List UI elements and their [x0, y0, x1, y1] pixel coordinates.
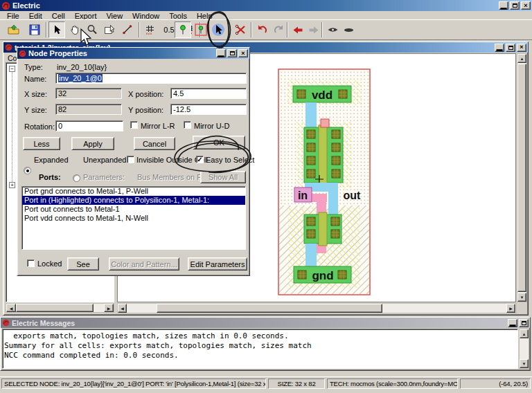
expanded-radio[interactable] — [24, 167, 31, 174]
scroll-down-icon[interactable]: ▼ — [520, 359, 529, 368]
zoom-button[interactable] — [84, 21, 100, 38]
show-all-button[interactable]: Show All — [200, 171, 246, 183]
expand-cell-button[interactable] — [324, 21, 341, 38]
minimize-icon[interactable]: ▬ — [499, 1, 508, 10]
rotation-field[interactable]: 0 — [55, 120, 123, 131]
scroll-right-icon[interactable]: ▶ — [506, 304, 515, 313]
edit-parameters-button[interactable]: Edit Parameters — [188, 257, 247, 271]
metal-strip-gnd[interactable] — [305, 244, 317, 268]
pan-button[interactable] — [66, 21, 83, 38]
go-back-button[interactable] — [290, 21, 306, 38]
mirror-ud-checkbox[interactable] — [184, 121, 191, 129]
toggle-grid-button[interactable] — [142, 21, 159, 38]
undo-button[interactable] — [254, 21, 270, 38]
scroll-thumb[interactable] — [157, 304, 382, 313]
redo-button-disabled[interactable] — [270, 21, 287, 38]
pmos-transistor[interactable] — [304, 125, 343, 185]
scroll-up-icon[interactable]: ▲ — [517, 54, 526, 63]
messages-titlebar[interactable]: Electric Messages ▬ — [1, 318, 530, 328]
color-and-pattern-button[interactable]: Color and Pattern... — [109, 257, 179, 271]
see-button[interactable]: See — [67, 257, 99, 271]
port-list-item[interactable]: Port gnd connects to Metal-1, P-Well — [22, 187, 245, 196]
ports-list[interactable]: Port gnd connects to Metal-1, P-Well Por… — [21, 186, 246, 250]
scroll-right-icon[interactable]: ▶ — [104, 304, 114, 312]
apply-button[interactable]: Apply — [71, 137, 114, 150]
invisible-outside-cell-checkbox[interactable] — [127, 156, 134, 163]
y-position-value: -12.5 — [173, 105, 190, 113]
messages-vscrollbar[interactable]: ▲ ▼ — [519, 329, 529, 369]
select-arrow-button[interactable] — [48, 21, 65, 38]
close-icon[interactable]: × — [521, 1, 531, 10]
canvas-hscrollbar[interactable]: ◀ ▶ — [117, 303, 517, 313]
scroll-thumb[interactable] — [16, 304, 94, 312]
x-size-field: 32 — [55, 88, 122, 99]
save-library-button[interactable] — [26, 21, 43, 38]
minimize-icon[interactable]: ▬ — [216, 49, 226, 57]
toggle-export-display-button[interactable] — [193, 21, 209, 38]
explorer-tab-label[interactable]: Co — [8, 54, 17, 62]
select-objects-button[interactable] — [101, 21, 118, 38]
maximize-icon[interactable] — [519, 319, 529, 327]
scroll-thumb[interactable] — [517, 64, 526, 292]
nmos-transistor[interactable] — [304, 212, 342, 246]
cancel-button[interactable]: Cancel — [134, 137, 175, 150]
preferences-button[interactable] — [233, 21, 249, 38]
port-list-item[interactable]: Port out connects to Metal-1 — [22, 205, 245, 214]
electric-logo-icon — [1, 1, 10, 10]
x-size-label: X size: — [24, 90, 47, 98]
easy-to-select-checkbox[interactable]: ✓ — [196, 156, 204, 163]
wiring-tool-button[interactable] — [119, 21, 136, 38]
ports-label: Ports: — [39, 173, 61, 181]
port-list-item-selected[interactable]: Port in (Highlighted) connects to Polysi… — [22, 196, 245, 205]
name-label: Name: — [24, 75, 46, 83]
locked-checkbox[interactable] — [27, 259, 35, 267]
toggle-pins-button[interactable] — [175, 21, 191, 38]
port-list-item[interactable]: Port vdd connects to Metal-1, N-Well — [22, 214, 245, 223]
metal-strip-vdd[interactable] — [305, 102, 317, 130]
close-icon[interactable]: × — [238, 49, 248, 57]
scroll-left-icon[interactable]: ◀ — [118, 304, 127, 313]
vdd-label[interactable]: vdd — [312, 89, 332, 102]
unexpanded-label: Unexpanded — [83, 156, 126, 164]
open-library-button[interactable] — [6, 21, 22, 38]
scroll-left-icon[interactable]: ◀ — [6, 304, 16, 312]
go-forward-button-disabled[interactable] — [305, 21, 322, 38]
scroll-up-icon[interactable]: ▲ — [520, 329, 529, 338]
minimize-icon[interactable]: ▬ — [495, 44, 504, 52]
inverter-layout[interactable]: vdd in out gnd — [277, 68, 371, 296]
name-field[interactable]: inv_20_1@0 — [55, 73, 247, 84]
in-label[interactable]: in — [298, 190, 308, 201]
messages-window: Electric Messages ▬ exports match, topol… — [0, 317, 531, 371]
tools-icon — [235, 24, 247, 35]
color-and-pattern-label: Color and Pattern... — [111, 260, 177, 268]
tree-collapse-icon[interactable]: − — [9, 66, 15, 72]
tree-line — [12, 70, 12, 186]
easy-to-select-label: Easy to Select — [206, 156, 254, 164]
explorer-hscrollbar[interactable]: ◀ ▶ — [6, 303, 114, 313]
ok-button[interactable]: OK — [193, 136, 245, 149]
canvas-vscrollbar[interactable]: ▲ ▼ — [517, 53, 527, 302]
collapse-cell-button[interactable] — [340, 21, 357, 38]
minimize-icon[interactable]: ▬ — [508, 319, 517, 327]
dialog-titlebar[interactable]: Node Properties ▬ × — [17, 48, 249, 59]
maximize-icon[interactable] — [510, 1, 520, 10]
out-label[interactable]: out — [344, 190, 362, 201]
mirror-lr-checkbox[interactable] — [130, 121, 138, 129]
less-button[interactable]: Less — [23, 137, 60, 150]
messages-text-area[interactable]: exports match, topologies match, sizes m… — [2, 329, 518, 369]
main-titlebar[interactable]: Electric ▬ × — [0, 0, 532, 11]
type-value: inv_20_10{lay} — [57, 63, 107, 71]
tree-expand-icon[interactable]: + — [9, 182, 15, 188]
special-select-mode-button[interactable] — [210, 21, 227, 38]
poly-contact-highlight[interactable] — [321, 119, 329, 127]
maximize-icon[interactable] — [227, 49, 237, 57]
y-position-field[interactable]: -12.5 — [170, 104, 247, 115]
maximize-icon[interactable] — [506, 44, 515, 52]
gnd-label[interactable]: gnd — [312, 269, 333, 282]
toolbar: 0.5 — [0, 19, 532, 40]
scroll-down-icon[interactable]: ▼ — [517, 293, 526, 302]
unexpanded-radio[interactable] — [73, 174, 80, 182]
close-icon[interactable]: × — [517, 44, 526, 52]
x-position-field[interactable]: 4.5 — [170, 88, 247, 99]
see-label: See — [76, 260, 90, 268]
